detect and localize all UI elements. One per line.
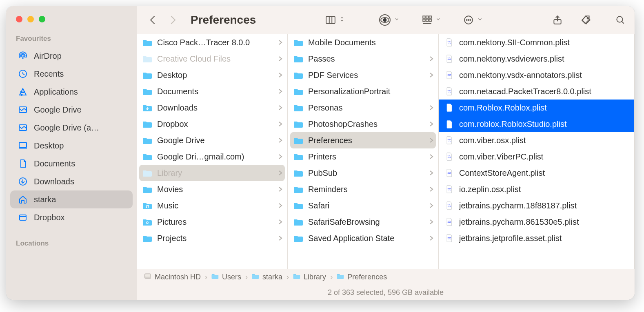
chevron-right-icon [429, 234, 433, 243]
maximize-button[interactable] [39, 16, 45, 22]
chevron-down-icon [435, 16, 441, 24]
column-3[interactable]: com.nektony.SII-Common.plistcom.nektony.… [439, 34, 635, 269]
folder-row[interactable]: PersonalizationPortrait [288, 83, 438, 100]
group-by-button[interactable] [422, 15, 441, 25]
file-row[interactable]: jetbrains.pycharm.861530e5.plist [439, 214, 634, 230]
file-row[interactable]: com.viber.osx.plist [439, 132, 634, 148]
window-controls [6, 13, 137, 32]
folder-row[interactable]: Preferences [290, 132, 436, 148]
folder-row[interactable]: Dropbox [137, 116, 287, 132]
chevron-right-icon [278, 234, 282, 243]
back-button[interactable] [146, 13, 160, 27]
path-label: Preferences [347, 273, 387, 281]
share-button[interactable] [552, 15, 563, 25]
folder-row[interactable]: Music [137, 197, 287, 214]
view-columns-button[interactable] [325, 15, 345, 25]
folder-row[interactable]: Desktop [137, 67, 287, 83]
folder-row[interactable]: Cisco Pack…Tracer 8.0.0 [137, 34, 287, 51]
close-button[interactable] [16, 16, 22, 22]
row-label: jetbrains.pycharm.861530e5.plist [459, 217, 629, 227]
file-row[interactable]: com.netacad.PacketTracer8.0.0.plist [439, 83, 634, 100]
path-label: starka [262, 273, 282, 281]
svg-rect-10 [326, 16, 335, 23]
row-label: com.Roblox.Roblox.plist [459, 103, 629, 113]
folder-row[interactable]: Google Dri…gmail.com) [137, 148, 287, 165]
sidebar-item-starka[interactable]: starka [10, 190, 133, 208]
folder-row[interactable]: Pictures [137, 214, 287, 230]
minimize-button[interactable] [27, 16, 34, 22]
file-row[interactable]: com.Roblox.Roblox.plist [439, 100, 634, 116]
sidebar: FavouritesAirDropRecentsApplicationsGoog… [6, 6, 137, 300]
folder-row[interactable]: Mobile Documents [288, 34, 438, 51]
folder-row[interactable]: Saved Application State [288, 230, 438, 246]
chevron-down-icon [477, 16, 483, 24]
file-row[interactable]: ContextStoreAgent.plist [439, 165, 634, 181]
file-row[interactable]: com.nektony.vsdx-annotators.plist [439, 67, 634, 83]
sidebar-item-downloads[interactable]: Downloads [10, 173, 133, 190]
sidebar-item-dropbox[interactable]: Dropbox [10, 208, 133, 226]
path-segment[interactable]: starka [252, 273, 282, 281]
sidebar-item-applications[interactable]: Applications [10, 83, 133, 101]
forward-button[interactable] [165, 13, 180, 27]
sidebar-item-airdrop[interactable]: AirDrop [10, 47, 133, 65]
folder-row[interactable]: Reminders [288, 181, 438, 197]
folder-row[interactable]: Creative Cloud Files [137, 51, 287, 67]
sidebar-item-google-drive[interactable]: Google Drive [10, 101, 133, 119]
column-2[interactable]: Mobile DocumentsPassesPDF ServicesPerson… [288, 34, 439, 269]
folder-row[interactable]: Google Drive [137, 132, 287, 148]
svg-point-21 [466, 20, 467, 20]
folder-row[interactable]: PubSub [288, 165, 438, 181]
row-label: Movies [157, 185, 273, 194]
sidebar-item-label: AirDrop [34, 51, 62, 61]
svg-rect-29 [143, 57, 152, 62]
file-row[interactable]: jetbrains.jetprofile.asset.plist [439, 230, 634, 246]
folder-row[interactable]: Documents [137, 83, 287, 100]
file-row[interactable]: com.viber.ViberPC.plist [439, 148, 634, 165]
file-row[interactable]: jetbrains.pycharm.18f88187.plist [439, 197, 634, 214]
preview-options-button[interactable] [379, 14, 400, 26]
chevron-right-icon [278, 87, 282, 96]
folder-row[interactable]: Safari [288, 197, 438, 214]
path-segment[interactable]: Library [293, 273, 326, 281]
tags-button[interactable] [581, 15, 591, 25]
svg-rect-54 [294, 204, 303, 209]
sidebar-item-recents[interactable]: Recents [10, 65, 133, 83]
action-menu-button[interactable] [463, 15, 483, 25]
svg-point-22 [468, 20, 469, 20]
folder-row[interactable]: Movies [137, 181, 287, 197]
folder-row[interactable]: Personas [288, 100, 438, 116]
path-segment[interactable]: Users [211, 273, 241, 281]
file-row[interactable]: com.roblox.RobloxStudio.plist [439, 116, 634, 132]
row-label: com.netacad.PacketTracer8.0.0.plist [459, 87, 629, 96]
plist-file-icon [444, 153, 454, 161]
search-button[interactable] [615, 15, 626, 25]
chevron-right-icon [429, 217, 433, 227]
folder-row[interactable]: Library [139, 165, 285, 181]
toolbar: Preferences [137, 6, 635, 34]
folder-row[interactable]: PhotoshopCrashes [288, 116, 438, 132]
folder-row[interactable]: Passes [288, 51, 438, 67]
svg-rect-30 [143, 73, 152, 79]
sidebar-item-google-drive-a-[interactable]: Google Drive (a… [10, 119, 133, 137]
sidebar-item-documents[interactable]: Documents [10, 155, 133, 173]
column-1[interactable]: Cisco Pack…Tracer 8.0.0Creative Cloud Fi… [137, 34, 288, 269]
folder-row[interactable]: SafariSafeBrowsing [288, 214, 438, 230]
row-label: SafariSafeBrowsing [308, 217, 424, 227]
folder-row[interactable]: Downloads [137, 100, 287, 116]
path-segment[interactable]: Preferences [337, 273, 387, 281]
chevron-right-icon [278, 217, 282, 227]
finder-window: FavouritesAirDropRecentsApplicationsGoog… [6, 6, 635, 300]
chevron-updown-icon [339, 16, 345, 24]
row-label: Music [157, 201, 273, 210]
path-segment[interactable]: Macintosh HD [144, 273, 201, 281]
folder-icon [142, 136, 152, 144]
file-row[interactable]: io.zeplin.osx.plist [439, 181, 634, 197]
path-bar[interactable]: Macintosh HD›Users›starka›Library›Prefer… [137, 269, 635, 285]
folder-row[interactable]: PDF Services [288, 67, 438, 83]
file-row[interactable]: com.nektony.SII-Common.plist [439, 34, 634, 51]
file-row[interactable]: com.nektony.vsdviewers.plist [439, 51, 634, 67]
folder-icon [142, 218, 152, 226]
folder-row[interactable]: Projects [137, 230, 287, 246]
sidebar-item-desktop[interactable]: Desktop [10, 137, 133, 155]
folder-row[interactable]: Printers [288, 148, 438, 165]
